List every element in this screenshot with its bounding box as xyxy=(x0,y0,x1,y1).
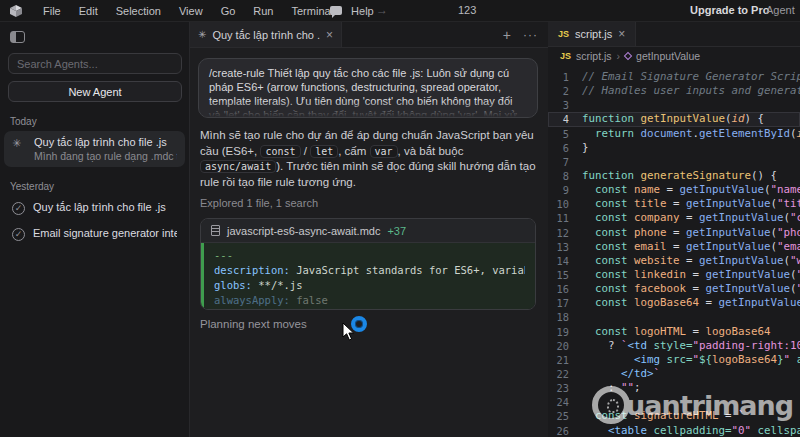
line-source: function generateSignature() { xyxy=(582,169,777,183)
code-line[interactable]: 25 const signatureHTML = ` xyxy=(548,409,800,423)
back-arrow-icon[interactable]: ← xyxy=(356,3,368,17)
menu-go[interactable]: Go xyxy=(214,3,243,19)
symbol-icon xyxy=(624,52,632,60)
breadcrumb-file[interactable]: script.js xyxy=(576,50,612,62)
code-line[interactable]: 5 return document.getElementById(id) xyxy=(548,127,800,141)
line-number: 8 xyxy=(548,169,582,183)
editor-panel: JS script.js × JS script.js › getInputVa… xyxy=(548,22,800,437)
editor-tab-scriptjs[interactable]: JS script.js × xyxy=(548,22,636,46)
chat-bubble-icon[interactable] xyxy=(330,6,342,15)
line-source: // Handles user inputs and generates the… xyxy=(582,84,800,98)
chat-tab-bar: ✳ Quy tắc lập trình cho ... × + ··· xyxy=(190,22,548,48)
code-line[interactable]: 14 const website = getInputValue("websit… xyxy=(548,254,800,268)
agent-item-texts: Quy tắc lập trình cho file .js xyxy=(33,201,166,213)
line-number: 1 xyxy=(548,70,582,84)
line-source: } xyxy=(582,141,589,155)
line-number: 23 xyxy=(548,381,582,395)
code-line[interactable]: 23 : ""; xyxy=(548,381,800,395)
code-line[interactable]: 17 const logoBase64 = getInputValue xyxy=(548,296,800,310)
new-chat-tab-icon[interactable]: + xyxy=(503,27,511,43)
line-number: 22 xyxy=(548,367,582,381)
code-line[interactable]: 8function generateSignature() { xyxy=(548,169,800,183)
project-title[interactable]: 123 xyxy=(458,4,476,16)
line-source: const company = getInputValue("company" xyxy=(582,211,800,225)
line-number: 15 xyxy=(548,268,582,282)
line-source: <table cellpadding="0" cellspacing="0" xyxy=(582,424,800,437)
code-line[interactable]: 1// Email Signature Generator Script xyxy=(548,70,800,84)
line-number: 25 xyxy=(548,409,582,423)
editor-tab-bar: JS script.js × xyxy=(548,22,800,47)
agent-list-item[interactable]: ✓Email signature generator interactive d xyxy=(4,222,185,246)
line-source: const signatureHTML = ` xyxy=(582,409,745,423)
code-line[interactable]: 19 const logoHTML = logoBase64 xyxy=(548,325,800,339)
inline-code-chip: var xyxy=(370,145,398,158)
agent-list-item[interactable]: ✓Quy tắc lập trình cho file .js xyxy=(4,196,185,220)
code-line[interactable]: 12 const phone = getInputValue("phone" xyxy=(548,226,800,240)
code-line[interactable]: 11 const company = getInputValue("compan… xyxy=(548,211,800,225)
code-line[interactable]: 6} xyxy=(548,141,800,155)
forward-arrow-icon[interactable]: → xyxy=(376,3,388,17)
line-number: 16 xyxy=(548,282,582,296)
diff-line: globs: **/*.js xyxy=(214,278,525,293)
line-source: const phone = getInputValue("phone" xyxy=(582,226,800,240)
code-line[interactable]: 20 ? `<td style="padding-right:10px" xyxy=(548,339,800,353)
inline-code-chip: let xyxy=(310,145,338,158)
line-source: const website = getInputValue("website" xyxy=(582,254,800,268)
agent-item-subtitle: Mình đang tạo rule dạng .mdc trong .curs… xyxy=(34,150,177,162)
line-number: 5 xyxy=(548,127,582,141)
menu-view[interactable]: View xyxy=(172,3,210,19)
code-line[interactable]: 10 const title = getInputValue("title" xyxy=(548,197,800,211)
agent-label[interactable]: Agent xyxy=(766,4,795,16)
code-line[interactable]: 15 const linkedin = getInputValue("linke… xyxy=(548,268,800,282)
code-line[interactable]: 21 <img src="${logoBase64}" alt= xyxy=(548,353,800,367)
line-number: 24 xyxy=(548,395,582,409)
code-editor[interactable]: 1// Email Signature Generator Script2// … xyxy=(548,65,800,437)
code-line[interactable]: 13 const email = getInputValue("email" xyxy=(548,240,800,254)
diff-line: description: JavaScript standards for ES… xyxy=(214,263,525,278)
line-number: 21 xyxy=(548,353,582,367)
code-line[interactable]: 18 xyxy=(548,310,800,324)
breadcrumb-symbol[interactable]: getInputValue xyxy=(636,50,700,62)
mouse-pointer xyxy=(342,322,355,341)
more-options-icon[interactable]: ··· xyxy=(523,28,538,42)
breadcrumb[interactable]: JS script.js › getInputValue xyxy=(548,47,800,65)
menu-run[interactable]: Run xyxy=(246,3,280,19)
code-line[interactable]: 26 <table cellpadding="0" cellspacing="0… xyxy=(548,424,800,437)
code-line[interactable]: 4function getInputValue(id) { xyxy=(548,112,800,126)
line-number: 2 xyxy=(548,84,582,98)
code-line[interactable]: 22 </td>` xyxy=(548,367,800,381)
close-tab-icon[interactable]: × xyxy=(618,27,625,41)
explored-status[interactable]: Explored 1 file, 1 search xyxy=(200,197,536,209)
line-source: const linkedin = getInputValue("linkedin… xyxy=(582,268,800,282)
chat-tab-label: Quy tắc lập trình cho ... xyxy=(212,29,320,41)
code-line[interactable]: 24 xyxy=(548,395,800,409)
upgrade-to-pro-button[interactable]: Upgrade to Pro xyxy=(690,4,769,16)
line-source: return document.getElementById(id) xyxy=(582,127,800,141)
diff-line: alwaysApply: false xyxy=(214,293,525,308)
code-line[interactable]: 3 xyxy=(548,98,800,112)
menu-edit[interactable]: Edit xyxy=(72,3,105,19)
js-file-icon: JS xyxy=(560,51,571,61)
code-line[interactable]: 7 xyxy=(548,155,800,169)
diff-card[interactable]: javascript-es6-async-await.mdc +37 ---de… xyxy=(200,218,536,310)
sidebar-toggle-icon[interactable] xyxy=(10,31,25,43)
code-line[interactable]: 16 const facebook = getInputValue("faceb… xyxy=(548,282,800,296)
line-number: 6 xyxy=(548,141,582,155)
code-line[interactable]: 9 const name = getInputValue("name" xyxy=(548,183,800,197)
line-number: 26 xyxy=(548,424,582,437)
code-line[interactable]: 2// Handles user inputs and generates th… xyxy=(548,84,800,98)
check-circle-icon: ✓ xyxy=(12,202,25,215)
search-agents-input[interactable]: Search Agents... xyxy=(8,53,182,74)
menu-file[interactable]: File xyxy=(36,3,68,19)
menu-selection[interactable]: Selection xyxy=(109,3,168,19)
diff-card-header[interactable]: javascript-es6-async-await.mdc +37 xyxy=(201,219,535,243)
new-agent-button[interactable]: New Agent xyxy=(8,81,182,102)
close-tab-icon[interactable]: × xyxy=(326,28,333,42)
chat-panel: ✳ Quy tắc lập trình cho ... × + ··· /cre… xyxy=(190,22,548,437)
line-source: </td>` xyxy=(582,367,660,381)
file-icon xyxy=(211,225,220,236)
line-number: 3 xyxy=(548,98,582,112)
agents-sidebar: Search Agents... New Agent Today✳Quy tắc… xyxy=(0,22,190,437)
agent-list-item[interactable]: ✳Quy tắc lập trình cho file .jsMình đang… xyxy=(4,131,185,167)
chat-tab-active[interactable]: ✳ Quy tắc lập trình cho ... × xyxy=(190,22,342,47)
